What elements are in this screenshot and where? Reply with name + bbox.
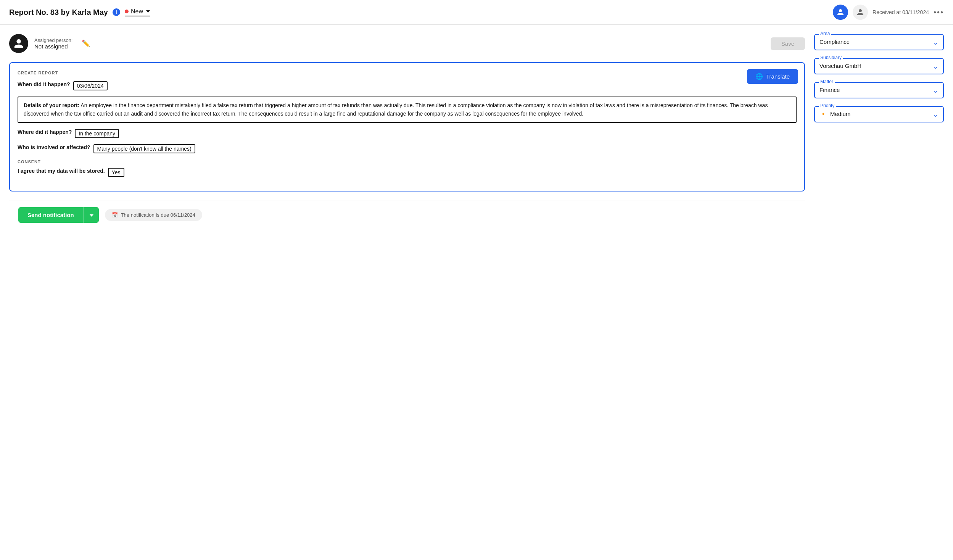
matter-select[interactable]: Finance bbox=[819, 85, 939, 95]
area-fieldset: Area Compliance ⌄ bbox=[814, 34, 944, 50]
translate-button[interactable]: 🌐 Translate bbox=[747, 69, 798, 84]
subsidiary-label: Subsidiary bbox=[819, 55, 843, 60]
bottom-bar: Send notification 📅 The notification is … bbox=[9, 201, 805, 229]
assigned-name: Not assigned bbox=[34, 43, 72, 50]
details-text: An employee in the finance department mi… bbox=[24, 102, 768, 117]
main-content: Assigned person: Not assigned ✏️ Save 🌐 … bbox=[0, 25, 953, 238]
avatar bbox=[9, 34, 28, 53]
details-bold-label: Details of your report: bbox=[24, 102, 79, 108]
edit-icon[interactable]: ✏️ bbox=[82, 39, 90, 48]
report-card: 🌐 Translate CREATE REPORT When did it ha… bbox=[9, 62, 805, 191]
consent-section: CONSENT I agree that my data will be sto… bbox=[18, 159, 797, 177]
matter-label: Matter bbox=[819, 79, 835, 84]
where-question: Where did it happen? bbox=[18, 129, 72, 135]
priority-label: Priority bbox=[819, 103, 836, 108]
area-select[interactable]: Compliance bbox=[819, 37, 939, 47]
area-label: Area bbox=[819, 31, 831, 36]
priority-select[interactable]: Medium bbox=[830, 109, 939, 119]
when-value: 03/06/2024 bbox=[73, 81, 108, 90]
send-notification-dropdown-button[interactable] bbox=[83, 207, 99, 223]
status-label: New bbox=[131, 8, 143, 15]
save-button[interactable]: Save bbox=[771, 37, 805, 50]
info-icon[interactable]: i bbox=[113, 8, 120, 16]
assigned-person-row: Assigned person: Not assigned ✏️ Save bbox=[9, 34, 805, 53]
who-value: Many people (don't know all the names) bbox=[93, 144, 195, 153]
when-question: When did it happen? bbox=[18, 81, 70, 87]
matter-fieldset: Matter Finance ⌄ bbox=[814, 82, 944, 98]
consent-field-row: I agree that my data will be stored. Yes bbox=[18, 168, 797, 177]
create-report-label: CREATE REPORT bbox=[18, 71, 797, 75]
priority-dropdown-group: Priority 🔸 Medium ⌄ bbox=[814, 106, 944, 122]
send-notification-group: Send notification bbox=[18, 207, 99, 223]
subsidiary-fieldset: Subsidiary Vorschau GmbH ⌄ bbox=[814, 58, 944, 74]
priority-row: 🔸 Medium ⌄ bbox=[819, 109, 939, 119]
consent-question: I agree that my data will be stored. bbox=[18, 168, 105, 174]
chevron-down-icon bbox=[90, 214, 93, 217]
consent-label: CONSENT bbox=[18, 159, 797, 164]
calendar-icon: 📅 bbox=[112, 212, 118, 218]
consent-value: Yes bbox=[108, 168, 124, 177]
notification-due-badge: 📅 The notification is due 06/11/2024 bbox=[105, 209, 202, 221]
report-title: Report No. 83 by Karla May bbox=[9, 8, 108, 17]
header-actions: Received at 03/11/2024 ••• bbox=[833, 5, 944, 20]
priority-fieldset: Priority 🔸 Medium ⌄ bbox=[814, 106, 944, 122]
send-notification-button[interactable]: Send notification bbox=[18, 207, 83, 223]
notification-due-text: The notification is due 06/11/2024 bbox=[121, 212, 195, 218]
more-options-button[interactable]: ••• bbox=[934, 8, 944, 17]
status-dropdown[interactable]: New bbox=[125, 8, 150, 16]
chevron-down-icon bbox=[146, 10, 150, 13]
who-field-row: Who is involved or affected? Many people… bbox=[18, 144, 797, 153]
matter-dropdown-group: Matter Finance ⌄ bbox=[814, 82, 944, 98]
where-value: In the company bbox=[75, 129, 119, 138]
user-view-button[interactable] bbox=[853, 5, 868, 20]
where-field-row: Where did it happen? In the company bbox=[18, 129, 797, 138]
left-column: Assigned person: Not assigned ✏️ Save 🌐 … bbox=[9, 34, 805, 229]
details-box: Details of your report: An employee in t… bbox=[18, 97, 797, 123]
subsidiary-select[interactable]: Vorschau GmbH bbox=[819, 61, 939, 71]
globe-icon: 🌐 bbox=[755, 73, 763, 80]
area-dropdown-group: Area Compliance ⌄ bbox=[814, 34, 944, 50]
who-question: Who is involved or affected? bbox=[18, 144, 90, 150]
person-view-button[interactable] bbox=[833, 5, 848, 20]
assigned-label: Assigned person: bbox=[34, 37, 72, 43]
received-timestamp: Received at 03/11/2024 bbox=[873, 9, 929, 15]
when-field-row: When did it happen? 03/06/2024 bbox=[18, 81, 797, 90]
assigned-info: Assigned person: Not assigned bbox=[34, 37, 72, 50]
priority-icon: 🔸 bbox=[819, 110, 827, 117]
page-header: Report No. 83 by Karla May i New Receive… bbox=[0, 0, 953, 25]
subsidiary-dropdown-group: Subsidiary Vorschau GmbH ⌄ bbox=[814, 58, 944, 74]
right-column: Area Compliance ⌄ Subsidiary Vorschau Gm… bbox=[814, 34, 944, 229]
status-dot bbox=[125, 10, 129, 13]
